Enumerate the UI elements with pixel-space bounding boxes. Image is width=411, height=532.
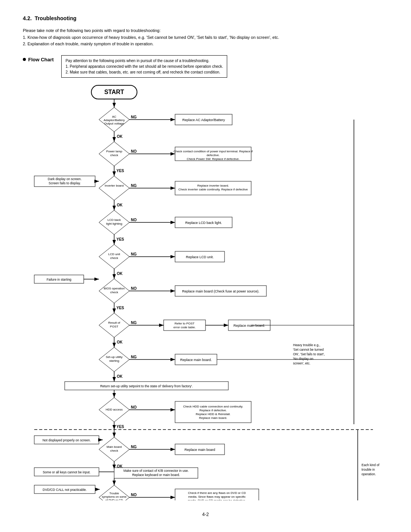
svg-text:error code table.: error code table. xyxy=(174,326,196,329)
svg-text:screen', etc.: screen', etc. xyxy=(293,361,311,365)
section-title: 4.2. Troubleshooting xyxy=(23,15,388,21)
svg-text:light lighting: light lighting xyxy=(106,222,122,225)
svg-marker-28 xyxy=(99,176,129,200)
svg-text:Replace HDD & Reinstall.: Replace HDD & Reinstall. xyxy=(196,412,231,416)
svg-text:Replace LCD back light.: Replace LCD back light. xyxy=(185,221,222,225)
bullet-icon xyxy=(23,58,26,61)
svg-text:Heavy trouble e.g.,: Heavy trouble e.g., xyxy=(293,343,320,347)
intro-text: Please take note of the following two po… xyxy=(23,27,388,48)
svg-text:Check inverter cable continuit: Check inverter cable continuity. Replace… xyxy=(178,188,248,191)
svg-text:Inverter board: Inverter board xyxy=(105,184,124,187)
svg-text:LCD back: LCD back xyxy=(107,218,121,222)
svg-text:Return set-up utility setpoint: Return set-up utility setpoint to the st… xyxy=(100,384,193,388)
svg-text:'No display on: 'No display on xyxy=(293,357,313,361)
flow-chart-header: Flow Chart Pay attention to the followin… xyxy=(23,55,388,78)
section-header: 4.2. Troubleshooting xyxy=(23,15,388,21)
flow-chart-label: Flow Chart xyxy=(23,57,54,62)
svg-text:check: check xyxy=(110,449,119,452)
svg-text:NG: NG xyxy=(131,115,137,119)
svg-text:Trouble: Trouble xyxy=(109,492,119,495)
svg-text:Each kind of: Each kind of xyxy=(362,463,379,467)
svg-text:Replace inverter board.: Replace inverter board. xyxy=(197,184,229,187)
svg-text:Main board: Main board xyxy=(107,445,122,449)
svg-text:LCD unit: LCD unit xyxy=(108,252,120,256)
svg-text:Replace main board: Replace main board xyxy=(185,448,215,452)
svg-text:Set-up utility: Set-up utility xyxy=(106,355,123,359)
svg-text:Power lamp: Power lamp xyxy=(106,150,123,153)
svg-text:NO: NO xyxy=(131,286,137,291)
svg-text:OK: OK xyxy=(117,272,123,276)
svg-text:NG: NG xyxy=(131,321,137,325)
svg-text:AC: AC xyxy=(112,115,116,118)
svg-text:Dark display on screen.: Dark display on screen. xyxy=(48,177,82,181)
svg-text:NO: NO xyxy=(131,149,137,153)
svg-text:Check contact condition of pow: Check contact condition of power input t… xyxy=(174,150,253,153)
svg-text:operation.: operation. xyxy=(362,472,376,476)
svg-text:media. Since flaws may appear : media. Since flaws may appear on specifi… xyxy=(188,495,245,498)
svg-text:check: check xyxy=(110,291,119,294)
svg-text:Replace keyboard or main board: Replace keyboard or main board. xyxy=(132,473,180,477)
svg-text:Replace main board.: Replace main board. xyxy=(233,324,265,328)
svg-text:OK: OK xyxy=(117,203,123,207)
svg-text:YES: YES xyxy=(116,306,124,310)
svg-text:starting: starting xyxy=(109,359,119,363)
svg-text:defective.: defective. xyxy=(207,153,220,157)
svg-text:NG: NG xyxy=(131,445,137,449)
svg-text:Screen fails to display.: Screen fails to display. xyxy=(49,181,81,185)
flowchart-svg: START AC Adaptor/Battery Output voltage … xyxy=(27,81,384,500)
svg-text:BIOS operation: BIOS operation xyxy=(104,287,125,290)
svg-text:Refer to POST: Refer to POST xyxy=(175,322,195,325)
svg-text:Adaptor/Battery: Adaptor/Battery xyxy=(104,118,125,122)
svg-text:NG: NG xyxy=(131,355,137,359)
svg-text:'Set cannot be turned: 'Set cannot be turned xyxy=(293,348,324,351)
svg-text:NG: NG xyxy=(131,184,137,188)
svg-text:of DVD or CD: of DVD or CD xyxy=(105,498,123,500)
start-label: START xyxy=(104,89,124,95)
svg-text:check: check xyxy=(110,153,119,157)
svg-text:OK: OK xyxy=(117,374,123,379)
notice-box: Pay attention to the following points wh… xyxy=(61,55,227,78)
svg-text:OK: OK xyxy=(117,134,123,139)
svg-text:Some or all keys cannot be inp: Some or all keys cannot be input. xyxy=(43,470,91,474)
page-number: 4-2 xyxy=(23,512,388,517)
svg-text:NO: NO xyxy=(131,218,137,222)
svg-text:NO: NO xyxy=(131,493,137,497)
svg-text:YES: YES xyxy=(116,425,124,429)
svg-text:YES: YES xyxy=(116,169,124,173)
svg-text:Replace main board.: Replace main board. xyxy=(180,358,212,362)
svg-text:ON', 'Set fails to start',: ON', 'Set fails to start', xyxy=(293,352,325,356)
svg-text:check: check xyxy=(110,256,119,260)
svg-text:Check Power SW. Replace if def: Check Power SW. Replace if defective. xyxy=(187,157,240,161)
svg-text:HDD access: HDD access xyxy=(106,408,123,411)
svg-text:Check HDD cable connection and: Check HDD cable connection and continuit… xyxy=(183,405,243,408)
svg-text:Replace LCD unit.: Replace LCD unit. xyxy=(186,255,213,259)
svg-text:Not displayed properly on scre: Not displayed properly on screen. xyxy=(43,438,91,442)
svg-text:OK: OK xyxy=(117,340,123,344)
svg-text:NG: NG xyxy=(131,252,137,256)
svg-text:POST: POST xyxy=(110,325,118,328)
svg-text:Output voltage: Output voltage xyxy=(104,122,124,125)
svg-text:Check if there are any flaws o: Check if there are any flaws on DVD or C… xyxy=(188,491,246,495)
svg-text:YES: YES xyxy=(116,237,124,241)
svg-text:trouble in: trouble in xyxy=(362,468,375,471)
svg-text:Replace if defective.: Replace if defective. xyxy=(199,409,227,412)
svg-text:Result of: Result of xyxy=(108,321,120,324)
svg-text:Replace main board.: Replace main board. xyxy=(199,416,227,420)
svg-text:NO: NO xyxy=(131,405,137,409)
svg-text:Failure in starting: Failure in starting xyxy=(46,278,71,281)
svg-text:Make sure of contact of K/B co: Make sure of contact of K/B connector in… xyxy=(123,469,189,473)
svg-text:Replace main board (Check fuse: Replace main board (Check fuse at power … xyxy=(182,289,259,293)
svg-text:Replace AC Adaptor/Battery: Replace AC Adaptor/Battery xyxy=(182,118,225,122)
svg-text:symptoms on some: symptoms on some xyxy=(102,495,126,498)
svg-text:DVD/CD CALL not practicable.: DVD/CD CALL not practicable. xyxy=(43,488,87,492)
svg-text:media, DVD or CD media can be : media, DVD or CD media can be defective. xyxy=(188,499,246,500)
